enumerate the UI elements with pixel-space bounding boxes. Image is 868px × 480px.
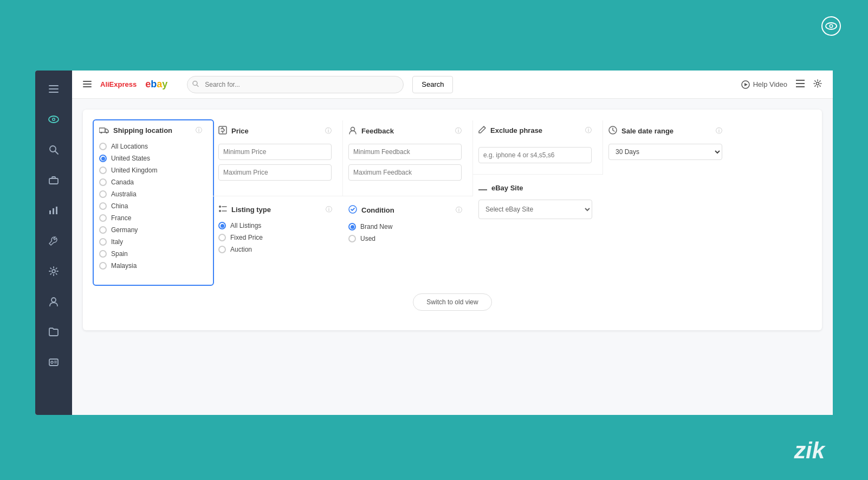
hamburger-button[interactable] [83, 80, 92, 89]
shipping-germany-label: Germany [111, 226, 138, 234]
shipping-us-label: United States [111, 155, 150, 162]
listing-fixed-radio[interactable] [218, 234, 226, 241]
shipping-france[interactable]: France [99, 214, 202, 222]
shipping-uk-label: United Kingdom [111, 167, 157, 174]
ebay-site-icon [478, 183, 487, 192]
shipping-australia-radio[interactable] [99, 190, 107, 198]
listing-all[interactable]: All Listings [218, 222, 332, 229]
settings-button[interactable] [813, 79, 822, 90]
shipping-us-radio[interactable] [99, 155, 107, 162]
nav-right: Help Video [741, 79, 822, 90]
shipping-canada-label: Canada [111, 178, 134, 186]
shipping-location-title: Shipping location [113, 126, 172, 135]
listing-auction-radio[interactable] [218, 246, 226, 253]
main-content: AliExpress ebay Search Help Video [72, 71, 833, 415]
exclude-phrase-title: Exclude phrase [490, 126, 542, 135]
sidebar-icon-hamburger[interactable] [44, 79, 63, 99]
sidebar-icon-folder[interactable] [44, 322, 63, 342]
price-info[interactable]: ⓘ [325, 126, 332, 136]
min-price-input[interactable] [218, 144, 332, 160]
max-feedback-input[interactable] [348, 164, 462, 181]
exclude-phrase-input[interactable] [478, 147, 592, 163]
shipping-france-label: France [111, 214, 131, 222]
svg-rect-5 [49, 88, 59, 89]
price-listing-column: Price ⓘ Listing [213, 120, 343, 285]
listing-type-section: Listing type ⓘ All Listings Fixed Price [213, 196, 343, 268]
search-icon [192, 80, 199, 88]
ebay-site-title: eBay Site [491, 184, 523, 192]
shipping-location-info[interactable]: ⓘ [196, 126, 202, 135]
listing-auction[interactable]: Auction [218, 246, 332, 253]
shipping-all-locations[interactable]: All Locations [99, 143, 202, 150]
shipping-canada[interactable]: Canada [99, 178, 202, 186]
svg-rect-12 [49, 178, 58, 184]
svg-line-26 [197, 85, 198, 86]
condition-used-radio[interactable] [348, 235, 356, 242]
sidebar-icon-user[interactable] [44, 292, 63, 311]
feedback-info[interactable]: ⓘ [455, 126, 462, 136]
shipping-us[interactable]: United States [99, 155, 202, 162]
shipping-france-radio[interactable] [99, 214, 107, 222]
sidebar-icon-id[interactable] [44, 353, 63, 372]
condition-used[interactable]: Used [348, 235, 462, 242]
svg-rect-31 [796, 86, 805, 87]
listing-all-radio[interactable] [218, 222, 226, 229]
clock-icon [608, 126, 617, 136]
shipping-spain[interactable]: Spain [99, 250, 202, 258]
shipping-uk-radio[interactable] [99, 167, 107, 174]
max-price-input[interactable] [218, 164, 332, 181]
condition-brand-new[interactable]: Brand New [348, 223, 462, 231]
sidebar-icon-tools[interactable] [44, 231, 63, 251]
shipping-china-radio[interactable] [99, 202, 107, 210]
shipping-spain-radio[interactable] [99, 250, 107, 258]
sidebar-icon-search[interactable] [44, 140, 63, 159]
search-input[interactable] [187, 76, 404, 93]
aliexpress-link[interactable]: AliExpress [100, 80, 137, 88]
sidebar-icon-chart[interactable] [44, 201, 63, 220]
svg-point-9 [53, 119, 55, 120]
sidebar-icon-settings[interactable] [44, 261, 63, 281]
price-header: Price ⓘ [218, 126, 332, 136]
svg-rect-29 [796, 80, 805, 81]
list-view-button[interactable] [796, 80, 805, 89]
sidebar-icon-briefcase[interactable] [44, 170, 63, 190]
shipping-italy[interactable]: Italy [99, 238, 202, 246]
feedback-section: Feedback ⓘ [343, 120, 473, 196]
sidebar-icon-eye[interactable] [44, 110, 63, 129]
sale-date-range-section: Sale date range ⓘ 30 Days 7 Days 14 Days… [603, 120, 733, 285]
shipping-all-radio[interactable] [99, 143, 107, 150]
condition-info[interactable]: ⓘ [456, 206, 462, 215]
shipping-germany-radio[interactable] [99, 226, 107, 234]
listing-type-info[interactable]: ⓘ [326, 205, 332, 214]
shipping-location-options: All Locations United States United Kingd… [99, 143, 202, 270]
condition-used-label: Used [360, 235, 375, 242]
min-feedback-input[interactable] [348, 144, 462, 160]
svg-point-19 [51, 361, 53, 363]
shipping-malaysia[interactable]: Malaysia [99, 262, 202, 270]
sale-date-select[interactable]: 30 Days 7 Days 14 Days 60 Days 90 Days [608, 144, 722, 160]
filter-panel: Shipping location ⓘ All Locations United… [83, 110, 822, 330]
listing-all-label: All Listings [230, 222, 261, 229]
shipping-italy-radio[interactable] [99, 238, 107, 246]
brand-label: zik [794, 438, 825, 464]
switch-view-button[interactable]: Switch to old view [413, 293, 491, 311]
shipping-uk[interactable]: United Kingdom [99, 167, 202, 174]
shipping-australia[interactable]: Australia [99, 190, 202, 198]
condition-title: Condition [361, 206, 394, 214]
svg-line-11 [55, 151, 59, 155]
shipping-germany[interactable]: Germany [99, 226, 202, 234]
exclude-phrase-section: Exclude phrase ⓘ [473, 120, 603, 175]
ebay-site-select[interactable]: Select eBay Site [478, 200, 592, 219]
help-video-button[interactable]: Help Video [741, 80, 787, 89]
condition-brand-new-radio[interactable] [348, 223, 356, 231]
exclude-ebay-column: Exclude phrase ⓘ eBay Site [473, 120, 603, 285]
exclude-phrase-info[interactable]: ⓘ [585, 126, 592, 135]
shipping-malaysia-radio[interactable] [99, 262, 107, 270]
shipping-canada-radio[interactable] [99, 178, 107, 186]
listing-type-title: Listing type [231, 206, 271, 214]
ebay-logo[interactable]: ebay [145, 79, 167, 90]
search-button[interactable]: Search [412, 76, 453, 93]
sale-date-info[interactable]: ⓘ [716, 126, 722, 136]
listing-fixed[interactable]: Fixed Price [218, 234, 332, 241]
shipping-china[interactable]: China [99, 202, 202, 210]
